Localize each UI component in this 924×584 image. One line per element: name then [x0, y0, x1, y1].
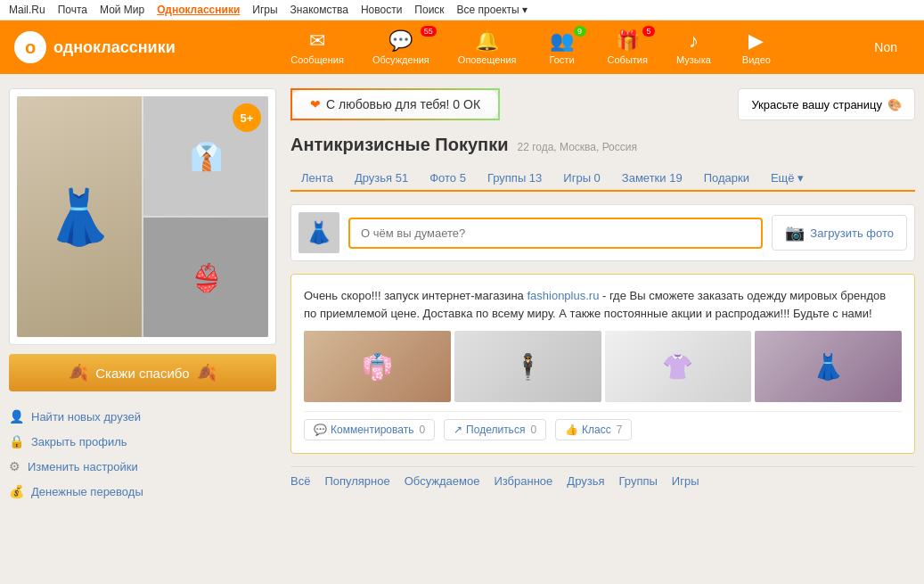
nav-all-projects[interactable]: Все проекты ▾	[457, 4, 527, 16]
love-banner: ❤ С любовью для тебя! 0 ОК Украсьте вашу…	[290, 88, 915, 120]
logo-text: одноклассники	[53, 38, 176, 57]
bottom-tab-groups[interactable]: Группы	[619, 474, 658, 488]
bottom-tab-discussed[interactable]: Обсуждаемое	[405, 474, 480, 488]
discussions-badge: 55	[421, 26, 437, 37]
bell-icon: 🔔	[475, 29, 499, 53]
comment-count: 0	[419, 424, 425, 436]
money-icon: 💰	[9, 484, 24, 498]
post-images: 👘 🕴 👚 👗	[304, 331, 902, 402]
close-profile-label: Закрыть профиль	[31, 435, 127, 448]
person-icon: 👤	[9, 409, 24, 424]
ok-logo-icon: о	[14, 31, 46, 63]
share-label: Поделиться	[466, 424, 525, 436]
money-transfer-label: Денежные переводы	[31, 485, 143, 498]
guests-badge: 9	[574, 26, 586, 37]
messages-icon-item[interactable]: ✉ Сообщения	[276, 26, 358, 69]
tab-friends[interactable]: Друзья 51	[344, 166, 419, 190]
music-label: Музыка	[676, 54, 711, 65]
discussions-label: Обсуждения	[372, 54, 429, 65]
photo-count-badge: 5+	[233, 103, 261, 132]
money-transfer-link[interactable]: 💰 Денежные переводы	[9, 479, 276, 504]
video-icon-item[interactable]: ▶ Видео	[725, 26, 788, 69]
bottom-tab-games[interactable]: Игры	[672, 474, 699, 488]
comment-button[interactable]: 💬 Комментировать 0	[304, 419, 435, 440]
close-profile-link[interactable]: 🔒 Закрыть профиль	[9, 429, 276, 454]
logo-area: о одноклассники	[14, 31, 176, 63]
tab-groups[interactable]: Группы 13	[477, 166, 552, 190]
post-text-before: Очень скоро!!! запуск интернет-магазина	[304, 289, 527, 302]
video-label: Видео	[742, 54, 771, 65]
share-button[interactable]: ↗ Поделиться 0	[444, 419, 546, 440]
thanks-button[interactable]: 🍂 Скажи спасибо 🍂	[9, 354, 276, 391]
share-icon: ↗	[454, 424, 462, 436]
profile-meta: 22 года, Москва, Россия	[517, 141, 637, 153]
music-icon: ♪	[689, 29, 699, 53]
love-button[interactable]: ❤ С любовью для тебя! 0 ОК	[290, 88, 500, 120]
share-count: 0	[530, 424, 536, 436]
tab-gifts[interactable]: Подарки	[693, 166, 760, 190]
decorate-button[interactable]: Украсьте вашу страницу 🎨	[738, 88, 915, 120]
thanks-label: Скажи спасибо	[95, 366, 189, 381]
bottom-tab-friends[interactable]: Друзья	[567, 474, 604, 488]
tab-games[interactable]: Игры 0	[552, 166, 611, 190]
upload-photo-button[interactable]: 📷 Загрузить фото	[772, 215, 907, 251]
nav-news[interactable]: Новости	[361, 4, 402, 16]
love-text: С любовью для тебя! 0 ОК	[326, 97, 480, 111]
sidebar-links: 👤 Найти новых друзей 🔒 Закрыть профиль ⚙…	[9, 404, 276, 504]
post-text-field[interactable]	[348, 218, 763, 249]
guests-icon: 👥	[550, 29, 574, 53]
events-badge: 5	[642, 26, 655, 37]
bottom-tab-popular[interactable]: Популярное	[324, 474, 389, 488]
comment-label: Комментировать	[331, 424, 413, 436]
settings-link[interactable]: ⚙ Изменить настройки	[9, 454, 276, 479]
post-image-4[interactable]: 👗	[755, 331, 902, 402]
gear-icon: ⚙	[9, 459, 20, 473]
tab-more[interactable]: Ещё ▾	[760, 166, 814, 190]
bottom-tab-favorites[interactable]: Избранное	[494, 474, 552, 488]
messages-icon: ✉	[309, 29, 325, 53]
guests-label: Гости	[550, 54, 575, 65]
header-icons: ✉ Сообщения 💬 55 Обсуждения 🔔 Оповещения…	[202, 26, 863, 69]
music-icon-item[interactable]: ♪ Музыка	[662, 26, 725, 69]
leaf-right-icon: 🍂	[197, 363, 217, 382]
nav-search[interactable]: Поиск	[414, 4, 444, 16]
tab-feed[interactable]: Лента	[290, 166, 344, 190]
nav-pochta[interactable]: Почта	[58, 4, 87, 16]
post-image-1[interactable]: 👘	[304, 331, 451, 402]
events-icon: 🎁	[616, 29, 640, 53]
post-link[interactable]: fashionplus.ru	[527, 289, 599, 302]
profile-tabs: Лента Друзья 51 Фото 5 Группы 13 Игры 0 …	[290, 166, 915, 192]
events-label: События	[608, 54, 648, 65]
comment-icon: 💬	[314, 424, 327, 436]
guests-icon-item[interactable]: 👥 9 Гости	[531, 26, 593, 69]
tab-notes[interactable]: Заметки 19	[611, 166, 693, 190]
nav-ok[interactable]: Одноклассники	[157, 4, 240, 16]
nav-mailru[interactable]: Mail.Ru	[9, 4, 45, 16]
discussions-icon: 💬	[388, 29, 413, 53]
nav-games[interactable]: Игры	[252, 4, 277, 16]
discussions-icon-item[interactable]: 💬 55 Обсуждения	[358, 26, 444, 69]
main-header: о одноклассники ✉ Сообщения 💬 55 Обсужде…	[0, 21, 924, 74]
events-icon-item[interactable]: 🎁 5 События	[593, 26, 662, 69]
tab-photos[interactable]: Фото 5	[419, 166, 477, 190]
post-image-2[interactable]: 🕴	[454, 331, 601, 402]
content-wrap: 5+ 🍂 Скажи спасибо 🍂 👤 Найти новых друзе…	[0, 74, 924, 518]
notifications-icon-item[interactable]: 🔔 Оповещения	[444, 26, 531, 69]
video-icon: ▶	[748, 29, 764, 53]
main-content: ❤ С любовью для тебя! 0 ОК Украсьте вашу…	[290, 88, 915, 504]
find-friends-link[interactable]: 👤 Найти новых друзей	[9, 404, 276, 429]
profile-photo-main[interactable]	[17, 96, 142, 337]
notifications-label: Оповещения	[458, 54, 517, 65]
non-button[interactable]: Non	[862, 33, 910, 62]
profile-photo-box: 5+	[9, 88, 276, 345]
bottom-tab-all[interactable]: Всё	[290, 474, 310, 488]
nav-dating[interactable]: Знакомства	[290, 4, 348, 16]
settings-label: Изменить настройки	[28, 460, 138, 473]
sidebar: 5+ 🍂 Скажи спасибо 🍂 👤 Найти новых друзе…	[9, 88, 276, 504]
profile-photo-3[interactable]	[143, 218, 268, 337]
nav-moimir[interactable]: Мой Мир	[100, 4, 144, 16]
post-image-3[interactable]: 👚	[605, 331, 752, 402]
profile-header: Антикризисные Покупки 22 года, Москва, Р…	[290, 135, 915, 155]
class-button[interactable]: 👍 Класс 7	[555, 419, 632, 440]
camera-icon: 📷	[785, 223, 805, 243]
